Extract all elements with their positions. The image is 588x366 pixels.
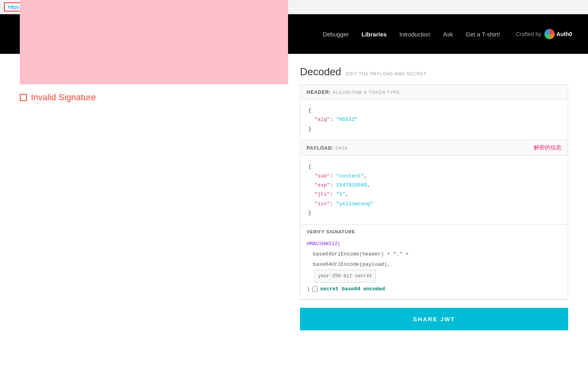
decoded-panel: Decoded EDIT THE PAYLOAD AND SECRET HEAD… bbox=[300, 66, 568, 356]
payload-iss-key: "iss" bbox=[315, 201, 330, 207]
verify-line2: base64UrlEncode(payload), bbox=[307, 261, 390, 267]
nav-links: Debugger Libraries Introduction Ask Get … bbox=[323, 31, 500, 38]
encoded-display[interactable]: eyJhbGciOiJIUzUxMiJ9.eyJzdWIiOiJjb250ZW5… bbox=[20, 0, 288, 84]
hmac-func-name: HMACSHA512( bbox=[307, 241, 341, 247]
nav-ask-link[interactable]: Ask bbox=[443, 31, 453, 38]
nav-debugger[interactable]: Debugger bbox=[323, 31, 349, 38]
payload-annotation: 解密的信息 bbox=[534, 144, 561, 151]
nav-introduction-link[interactable]: Introduction bbox=[399, 31, 430, 38]
decoded-subtitle: EDIT THE PAYLOAD AND SECRET bbox=[346, 71, 426, 76]
invalid-sig-text: Invalid Signature bbox=[31, 92, 96, 103]
decoded-title: Decoded bbox=[300, 66, 341, 78]
nav-introduction[interactable]: Introduction bbox=[399, 31, 430, 38]
auth0-logo: Auth0 bbox=[544, 29, 572, 39]
verify-secret-line: your-256-bit-secret bbox=[307, 273, 377, 279]
header-section-bar: HEADER: ALGORITHM & TOKEN TYPE bbox=[300, 85, 568, 99]
payload-jti-key: "jti" bbox=[315, 191, 330, 197]
close-paren: ) bbox=[307, 284, 310, 294]
decoded-box: HEADER: ALGORITHM & TOKEN TYPE { "alg": … bbox=[300, 84, 568, 300]
header-label: HEADER: bbox=[307, 90, 331, 95]
main-content: Encoded PASTE A TOKEN HERE eyJhbGciOiJIU… bbox=[0, 54, 588, 366]
payload-open-brace: { bbox=[308, 164, 311, 170]
auth0-text: Auth0 bbox=[556, 31, 572, 37]
invalid-sig-icon bbox=[20, 94, 27, 101]
header-code-area: { "alg": "HS512" } bbox=[300, 99, 568, 140]
header-open-brace: { bbox=[308, 107, 311, 113]
verify-header: VERIFY SIGNATURE bbox=[307, 229, 561, 234]
payload-code-area: { "sub": "content", "exp": 1547033509, "… bbox=[300, 156, 568, 224]
payload-iss-value: "yellowcong" bbox=[336, 201, 373, 207]
secret-input[interactable]: your-256-bit-secret bbox=[315, 270, 376, 282]
payload-section-bar: PAYLOAD: DATA 解密的信息 bbox=[300, 140, 568, 156]
header-alg-value: "HS512" bbox=[336, 116, 358, 122]
decoded-panel-header: Decoded EDIT THE PAYLOAD AND SECRET bbox=[300, 66, 568, 78]
payload-sublabel: DATA bbox=[336, 146, 348, 151]
nav-debugger-link[interactable]: Debugger bbox=[323, 31, 349, 38]
signature-status: Invalid Signature bbox=[20, 92, 288, 103]
header-close-brace: } bbox=[308, 126, 311, 132]
verify-line1: base64UrlEncode(header) + "." + bbox=[307, 251, 409, 257]
nav-libraries[interactable]: Libraries bbox=[362, 31, 387, 38]
nav-libraries-link[interactable]: Libraries bbox=[362, 31, 387, 38]
payload-jti-value: "1" bbox=[336, 191, 345, 197]
header-sublabel: ALGORITHM & TOKEN TYPE bbox=[333, 90, 400, 95]
payload-close-brace: } bbox=[308, 210, 311, 216]
checkbox-row: ) secret base64 encoded bbox=[307, 284, 561, 294]
verify-section: VERIFY SIGNATURE HMACSHA512( base64UrlEn… bbox=[300, 225, 568, 299]
header-labels: HEADER: ALGORITHM & TOKEN TYPE bbox=[307, 89, 400, 95]
nav-tshirt[interactable]: Get a T-shirt! bbox=[466, 31, 500, 38]
payload-exp-value: 1547033509 bbox=[336, 182, 367, 188]
payload-label: PAYLOAD: bbox=[307, 145, 334, 151]
nav-tshirt-link[interactable]: Get a T-shirt! bbox=[466, 31, 500, 38]
checkbox-label: secret base64 encoded bbox=[320, 284, 385, 294]
share-jwt-button[interactable]: SHARE JWT bbox=[300, 308, 568, 330]
payload-sub-key: "sub" bbox=[315, 173, 330, 179]
crafted-by-text: Crafted by bbox=[516, 31, 542, 37]
verify-code: HMACSHA512( base64UrlEncode(header) + ".… bbox=[307, 239, 561, 294]
crafted-by: Crafted by Auth0 bbox=[516, 29, 572, 39]
payload-labels: PAYLOAD: DATA bbox=[307, 145, 348, 151]
encoded-panel: Encoded PASTE A TOKEN HERE eyJhbGciOiJIU… bbox=[20, 66, 288, 356]
base64-checkbox[interactable] bbox=[312, 286, 318, 292]
payload-sub-value: "content" bbox=[336, 173, 364, 179]
nav-ask[interactable]: Ask bbox=[443, 31, 453, 38]
payload-exp-key: "exp" bbox=[315, 182, 330, 188]
header-alg-key: "alg" bbox=[315, 116, 330, 122]
auth0-icon bbox=[544, 29, 555, 39]
